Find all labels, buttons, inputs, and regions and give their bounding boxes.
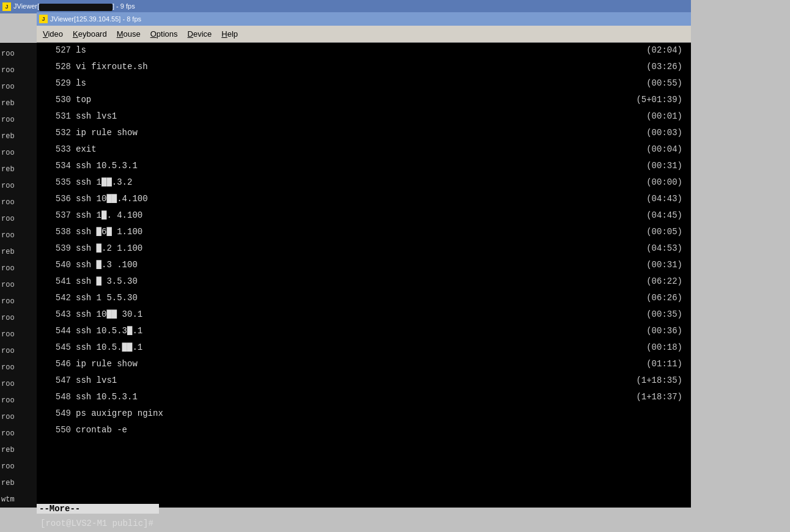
title-bar-1: J JViewer[ ] - 9 fps — [0, 0, 691, 13]
left-label-15: roo — [0, 293, 40, 309]
table-row: 534 ssh 10.5.3.1 (00:31) — [37, 161, 691, 177]
left-label-6: roo — [0, 144, 40, 161]
left-label-12: reb — [0, 243, 40, 260]
table-row: 532 ip rule show (00:03) — [37, 128, 691, 144]
menu-device[interactable]: Device — [183, 28, 217, 40]
left-label-8: roo — [0, 177, 40, 194]
left-label-2: roo — [0, 78, 40, 95]
left-label-23: roo — [0, 425, 40, 441]
table-row: 546 ip rule show (01:11) — [37, 359, 691, 375]
table-row: 536 ssh 10██.4.100 (04:43) — [37, 194, 691, 210]
table-row: 539 ssh █.2 1.100 (04:53) — [37, 243, 691, 260]
table-row: 547 ssh lvs1 (1+18:35) — [37, 375, 691, 392]
left-label-7: reb — [0, 161, 40, 177]
left-label-13: roo — [0, 260, 40, 276]
terminal-area[interactable]: 527 ls (02:04) 528 vi fixroute.sh (03:26… — [37, 43, 691, 508]
table-row: 538 ssh █6█ 1.100 (00:05) — [37, 227, 691, 243]
left-label-25: roo — [0, 458, 40, 475]
left-label-0: roo — [0, 45, 40, 62]
left-label-4: roo — [0, 111, 40, 128]
left-label-11: roo — [0, 227, 40, 243]
more-indicator: --More-- — [37, 504, 159, 514]
title-text-1: JViewer[ ] - 9 fps — [13, 2, 135, 10]
menu-options[interactable]: Options — [146, 28, 183, 40]
menu-bar: Video Keyboard Mouse Options Device Help — [37, 26, 691, 43]
table-row: 548 ssh 10.5.3.1 (1+18:37) — [37, 392, 691, 408]
table-row: 533 exit (00:04) — [37, 144, 691, 161]
app-icon: J — [2, 2, 11, 11]
left-label-17: roo — [0, 326, 40, 342]
table-row: 549 ps auxigrep nginx — [37, 408, 691, 425]
menu-video[interactable]: Video — [38, 28, 68, 40]
left-label-10: roo — [0, 210, 40, 227]
table-row: 530 top (5+01:39) — [37, 95, 691, 111]
left-label-3: reb — [0, 95, 40, 111]
table-row: 550 crontab -e — [37, 425, 691, 441]
left-label-20: roo — [0, 375, 40, 392]
left-label-1: roo — [0, 62, 40, 78]
table-row: 537 ssh 1█. 4.100 (04:45) — [37, 210, 691, 227]
left-label-21: roo — [0, 392, 40, 408]
table-row: 535 ssh 1██.3.2 (00:00) — [37, 177, 691, 194]
left-label-19: roo — [0, 359, 40, 375]
table-row: 527 ls (02:04) — [37, 45, 691, 62]
menu-mouse[interactable]: Mouse — [112, 28, 146, 40]
table-row: 545 ssh 10.5.██.1 (00:18) — [37, 342, 691, 359]
app-icon-2: J — [39, 15, 48, 23]
table-row: 542 ssh 1 5.5.30 (06:26) — [37, 293, 691, 309]
table-row: 544 ssh 10.5.3█.1 (00:36) — [37, 326, 691, 342]
title-text-2: JViewer[125.39.104.55] - 8 fps — [50, 15, 141, 23]
table-row: 543 ssh 10██ 30.1 (00:35) — [37, 309, 691, 326]
left-label-27: wtm — [0, 491, 40, 508]
left-sidebar: roo roo roo reb roo reb roo reb roo roo … — [0, 43, 40, 508]
left-label-9: roo — [0, 194, 40, 210]
left-label-24: reb — [0, 441, 40, 458]
shell-prompt: [root@LVS2-M1 public]# — [37, 519, 157, 528]
left-label-22: roo — [0, 408, 40, 425]
left-label-26: reb — [0, 475, 40, 491]
table-row: 528 vi fixroute.sh (03:26) — [37, 62, 691, 78]
table-row: 529 ls (00:55) — [37, 78, 691, 95]
left-label-16: roo — [0, 309, 40, 326]
title-bar-2: J JViewer[125.39.104.55] - 8 fps — [37, 12, 691, 26]
table-row: 540 ssh █.3 .100 (00:31) — [37, 260, 691, 276]
menu-keyboard[interactable]: Keyboard — [68, 28, 112, 40]
menu-help[interactable]: Help — [216, 28, 243, 40]
table-row: 541 ssh █ 3.5.30 (06:22) — [37, 276, 691, 293]
table-row: 531 ssh lvs1 (00:01) — [37, 111, 691, 128]
left-label-18: roo — [0, 342, 40, 359]
left-label-14: roo — [0, 276, 40, 293]
left-label-5: reb — [0, 128, 40, 144]
